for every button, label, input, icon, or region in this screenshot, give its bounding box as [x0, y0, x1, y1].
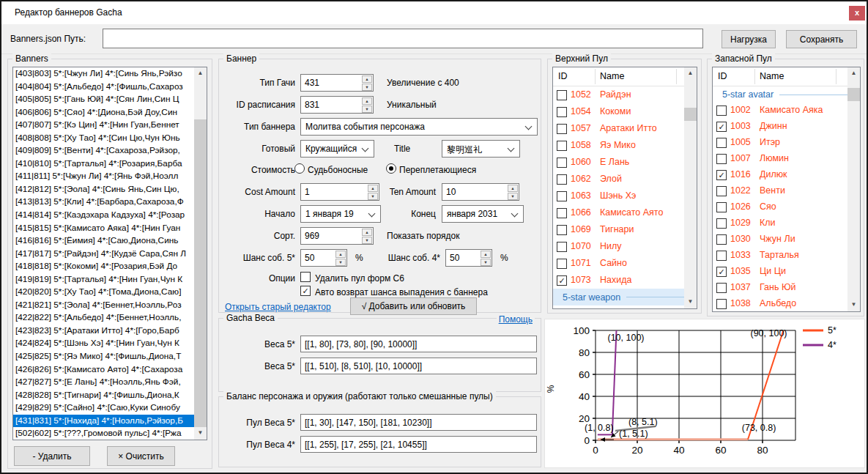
weights4-input[interactable]	[300, 358, 537, 374]
banner-list-item[interactable]: [416|816] 5*:[Ёимия] 4*:[Саю,Диона,Синь	[13, 234, 196, 248]
banner-list-item[interactable]: [409|809] 5*:[Венти] 4*:[Сахароза,Рэйзор…	[13, 144, 196, 158]
pool-row-checkbox[interactable]	[557, 208, 567, 218]
pool-row[interactable]: 1026Сяо	[713, 199, 860, 215]
pool-row[interactable]: 1069Тигнари	[553, 221, 697, 238]
banner-list-item[interactable]: [415|815] 5*:[Камисато Аяка] 4*:[Нин Гуа…	[13, 222, 196, 235]
pool-row-checkbox[interactable]: ✓	[716, 122, 727, 132]
pool-row-checkbox[interactable]	[716, 234, 727, 245]
pool-row[interactable]: 1007Люмин	[713, 151, 860, 167]
pool-row-checkbox[interactable]	[557, 141, 567, 151]
pool-row-checkbox[interactable]	[716, 105, 727, 116]
pool-row[interactable]: 1062Элой	[553, 171, 697, 188]
gacha-type-stepper[interactable]: 431▲▼	[300, 74, 374, 92]
spin-up-icon[interactable]: ▲	[508, 185, 518, 192]
pool-row[interactable]: 1005Итэр	[713, 135, 860, 151]
pool-row-checkbox[interactable]	[557, 158, 567, 168]
pool-row[interactable]: 1037Гань Юй	[713, 280, 860, 296]
old-editor-link[interactable]: Открыть старый редактор	[225, 302, 331, 312]
cost-radio-fate[interactable]	[294, 163, 305, 174]
scroll-up-icon[interactable]: ▲	[847, 67, 860, 80]
spin-up-icon[interactable]: ▲	[362, 75, 372, 83]
pool-row[interactable]: 1058Яэ Мико	[553, 137, 697, 154]
pool-row-checkbox[interactable]	[557, 90, 567, 100]
weights5-input[interactable]	[300, 336, 537, 352]
pool-row[interactable]: 1063Шэнь Хэ	[553, 188, 697, 204]
pool-row[interactable]: ✓1073Нахида	[553, 272, 697, 289]
delete-banner-button[interactable]: - Удалить	[14, 446, 90, 466]
column-header-id[interactable]: ID	[718, 71, 727, 81]
pool-row-checkbox[interactable]: ✓	[716, 170, 727, 180]
banner-list-item[interactable]: [422|822] 5*:[Альбедо] 4*:[Беннет,Ноэлль…	[13, 311, 196, 325]
scroll-thumb[interactable]	[847, 88, 860, 101]
spin-up-icon[interactable]: ▲	[362, 229, 372, 236]
scroll-up-icon[interactable]: ▲	[194, 67, 207, 80]
spin-down-icon[interactable]: ▼	[508, 193, 518, 200]
scroll-thumb[interactable]	[194, 119, 207, 427]
banner-list-item[interactable]: [420|820] 5*:[Ху Тао] 4*:[Тома,Диона,Саю…	[13, 286, 196, 299]
pool-row-checkbox[interactable]	[557, 259, 567, 269]
chance5-stepper[interactable]: 50▲▼	[300, 249, 347, 267]
pool-row[interactable]: 1052Райдэн	[553, 86, 697, 103]
banners-scrollbar[interactable]: ▲▼	[194, 67, 207, 440]
spin-down-icon[interactable]: ▼	[335, 259, 346, 266]
sort-stepper[interactable]: 969▲▼	[300, 227, 374, 245]
pool-weights4-input[interactable]	[300, 436, 537, 453]
banner-list-item[interactable]: [424|824] 5*:[Шэнь Хэ] 4*:[Нин Гуан,Чун …	[13, 337, 196, 350]
spin-down-icon[interactable]: ▼	[481, 259, 491, 266]
spin-down-icon[interactable]: ▼	[362, 237, 372, 244]
title-bar[interactable]: Редактор баннеров Gacha x	[1, 1, 867, 24]
clear-banners-button[interactable]: × Очистить	[107, 446, 175, 466]
banner-list-item[interactable]: [418|818] 5*:[Кокоми] 4*:[Розария,Бэй До	[13, 260, 196, 273]
pool-row[interactable]: 1038Альбедо	[713, 296, 860, 312]
banner-type-select[interactable]: Молитва события персонажа	[300, 118, 538, 136]
banner-list-item[interactable]: [403|803] 5*:[Чжун Ли] 4*:[Синь Янь,Рэйз…	[13, 67, 196, 81]
banner-list-item[interactable]: [413|813] 5*:[Кли] 4*:[Барбара,Сахароза,…	[13, 196, 196, 209]
pool-row[interactable]: 1071Сайно	[553, 255, 697, 272]
ten-amount-stepper[interactable]: 10▲▼	[442, 183, 519, 201]
pool-row[interactable]: 1070Нилу	[553, 238, 697, 255]
banner-list-item[interactable]: [406|806] 5*:[Сяо] 4*:[Диона,Бэй Доу,Син	[13, 106, 196, 119]
banner-list-item[interactable]: [423|823] 5*:[Аратаки Итто] 4*:[Горо,Бар…	[13, 325, 196, 338]
end-date-select[interactable]: января 2031	[442, 205, 524, 223]
banner-list-item[interactable]: [426|826] 5*:[Камисато Аято] 4*:[Сахароз…	[13, 363, 196, 377]
pool-row-checkbox[interactable]	[716, 299, 727, 309]
pool-row[interactable]: 1033Тарталья	[713, 248, 860, 264]
chance4-stepper[interactable]: 50▲▼	[445, 249, 492, 267]
column-header-name[interactable]: Name	[760, 71, 784, 81]
banner-list-item[interactable]: [407|807] 5*:[Кэ Цин] 4*:[Нин Гуан,Бенне…	[13, 119, 196, 132]
banner-list-item[interactable]: [404|804] 5*:[Альбедо] 4*:[Фишль,Сахароз	[13, 81, 196, 94]
scroll-down-icon[interactable]: ▼	[684, 296, 697, 308]
prefab-select[interactable]: Кружащийся л	[300, 140, 374, 158]
banner-list-item[interactable]: [408|808] 5*:[Ху Тао] 4*:[Син Цю,Чун Юнь	[13, 132, 196, 145]
pool-row[interactable]: 11501Меч Сокола	[553, 305, 697, 309]
reserve-pool-scrollbar[interactable]: ▲▼	[847, 67, 860, 311]
spin-down-icon[interactable]: ▼	[362, 84, 372, 91]
pool-row-checkbox[interactable]	[716, 218, 727, 229]
help-link[interactable]: Помощь	[497, 314, 535, 325]
spin-down-icon[interactable]: ▼	[362, 105, 372, 113]
pool-row[interactable]: 1030Чжун Ли	[713, 232, 860, 248]
cost-radio-intertwined[interactable]	[386, 163, 396, 174]
banner-list-item[interactable]: [502|602] 5*:[???,Громовой пульс] 4*:[Рж…	[13, 427, 196, 440]
banner-list-item[interactable]: [431|831] 5*:[Нахида] 4*:[Ноэлль,Рэйзор,…	[13, 415, 196, 428]
schedule-id-stepper[interactable]: 831▲▼	[300, 96, 374, 114]
pool-row-checkbox[interactable]: ✓	[557, 275, 567, 286]
pool-row[interactable]: 1054Кокоми	[553, 103, 697, 120]
pool-row-checkbox[interactable]	[716, 154, 727, 164]
banner-list-item[interactable]: [419|819] 5*:[Тарталья] 4*:[Нин Гуан,Чун…	[13, 273, 196, 286]
pool-row-checkbox[interactable]	[557, 124, 567, 134]
pool-row-checkbox[interactable]	[557, 242, 567, 252]
reserve-pool-table[interactable]: IDName5-star avatar1002Камисато Аяка✓100…	[712, 67, 861, 312]
pool-row[interactable]: 1029Кли	[713, 215, 860, 232]
scroll-down-icon[interactable]: ▼	[847, 299, 860, 311]
banner-list-item[interactable]: [429|829] 5*:[Сайно] 4*:[Саю,Куки Синобу	[13, 401, 196, 415]
pool-row-checkbox[interactable]: ✓	[716, 267, 727, 277]
pool-row-checkbox[interactable]	[557, 107, 567, 117]
remove-pool-checkbox[interactable]	[300, 272, 311, 282]
scroll-thumb[interactable]	[684, 108, 697, 121]
pool-row-checkbox[interactable]	[716, 202, 727, 212]
banner-list-item[interactable]: [421|821] 5*:[Эола] 4*:[Беннет,Ноэлль,Ро…	[13, 299, 196, 312]
column-header-id[interactable]: ID	[558, 71, 568, 81]
upper-pool-scrollbar[interactable]: ▲▼	[684, 67, 697, 308]
banner-list-item[interactable]: [405|805] 5*:[Гань Юй] 4*:[Сян Лин,Син Ц	[13, 93, 196, 106]
